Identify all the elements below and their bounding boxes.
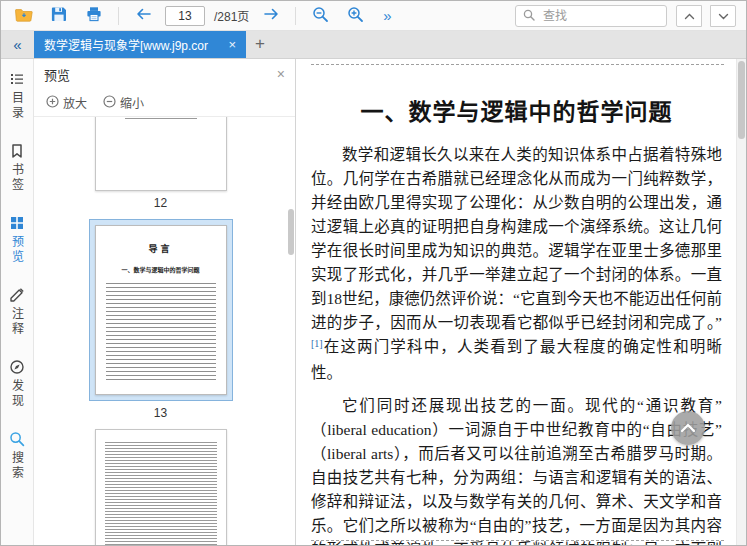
print-button[interactable] bbox=[81, 4, 107, 28]
zoom-in-button[interactable] bbox=[342, 4, 368, 28]
sidebar-item-toc[interactable]: 目录 bbox=[9, 71, 26, 121]
thumbnail-subheading: 一、数学与逻辑中的哲学问题 bbox=[96, 265, 226, 274]
thumbnail-zoom-out-label: 缩小 bbox=[120, 94, 144, 111]
thumbnail-text-placeholder bbox=[125, 117, 197, 121]
page-separator bbox=[311, 540, 724, 541]
folder-open-icon bbox=[15, 7, 33, 25]
page-number-input[interactable] bbox=[165, 6, 205, 26]
thumbnail-page-label: 12 bbox=[154, 196, 167, 210]
content-area: 目录 书签 预览 注释 bbox=[1, 59, 746, 546]
document-tab[interactable]: 数学逻辑与现象学[www.j9p.cor × bbox=[34, 31, 246, 58]
document-scrollbar-thumb[interactable] bbox=[738, 61, 745, 139]
sidebar-item-search[interactable]: 搜索 bbox=[9, 431, 26, 481]
toolbar-separator bbox=[118, 7, 119, 25]
find-previous-button[interactable] bbox=[676, 5, 702, 27]
arrow-left-icon bbox=[135, 7, 152, 24]
sidebar-item-label: 发现 bbox=[9, 379, 26, 409]
search-box bbox=[515, 5, 667, 27]
toc-icon bbox=[9, 71, 25, 87]
document-scrollbar[interactable] bbox=[736, 59, 746, 546]
zoom-out-button[interactable] bbox=[307, 4, 333, 28]
sidebar-item-label: 搜索 bbox=[9, 451, 26, 481]
thumbnail-page-13[interactable]: 导言 一、数学与逻辑中的哲学问题 bbox=[95, 225, 227, 395]
search-icon bbox=[9, 431, 25, 447]
tab-close-icon[interactable]: × bbox=[228, 37, 236, 52]
bookmark-icon bbox=[9, 143, 25, 159]
paragraph: 数学和逻辑长久以来在人类的知识体系中占据着特殊地位。几何学在古希腊就已经理念化从… bbox=[311, 143, 722, 385]
sidebar-item-discover[interactable]: 发现 bbox=[9, 359, 26, 409]
pencil-icon bbox=[9, 287, 25, 303]
page-separator bbox=[311, 64, 724, 65]
search-icon bbox=[523, 7, 535, 25]
open-file-button[interactable] bbox=[11, 4, 37, 28]
document-page: 一、数学与逻辑中的哲学问题 数学和逻辑长久以来在人类的知识体系中占据着特殊地位。… bbox=[296, 59, 746, 546]
tab-bar: « 数学逻辑与现象学[www.j9p.cor × + bbox=[1, 31, 746, 59]
back-to-top-button[interactable] bbox=[671, 411, 705, 445]
thumbnail-page-12[interactable] bbox=[95, 117, 227, 191]
search-input[interactable] bbox=[541, 8, 659, 24]
thumbnail-zoom-in-label: 放大 bbox=[63, 94, 87, 111]
preview-panel-title: 预览 bbox=[44, 65, 70, 84]
next-page-button[interactable] bbox=[258, 4, 284, 28]
thumbnail-zoom-out-button[interactable]: 缩小 bbox=[103, 94, 144, 111]
sidebar-item-bookmarks[interactable]: 书签 bbox=[9, 143, 26, 193]
preview-zoom-toolbar: 放大 缩小 bbox=[34, 89, 295, 117]
preview-panel-header: 预览 × bbox=[34, 59, 295, 89]
paragraph: 它们同时还展现出技艺的一面。现代的“通识教育”（liberal educatio… bbox=[311, 394, 722, 546]
previous-page-button[interactable] bbox=[130, 4, 156, 28]
zoom-out-icon bbox=[312, 6, 329, 26]
thumbnail-zoom-in-button[interactable]: 放大 bbox=[46, 94, 87, 111]
preview-panel-close-button[interactable]: × bbox=[277, 66, 285, 82]
save-icon bbox=[51, 6, 67, 25]
thumbnail-text-placeholder bbox=[106, 283, 216, 381]
thumbnails-icon bbox=[9, 215, 25, 231]
thumbnail-page-14[interactable] bbox=[95, 429, 227, 546]
chevron-up-icon bbox=[684, 8, 695, 23]
new-tab-button[interactable]: + bbox=[246, 31, 274, 58]
preview-panel: 预览 × 放大 缩小 bbox=[34, 59, 296, 546]
sidebar-item-label: 书签 bbox=[9, 163, 26, 193]
left-sidebar: 目录 书签 预览 注释 bbox=[1, 59, 34, 546]
zoom-in-icon bbox=[347, 6, 364, 26]
sidebar-item-preview[interactable]: 预览 bbox=[9, 215, 26, 265]
circle-plus-icon bbox=[46, 95, 59, 111]
thumbnail-list: 12 导言 一、数学与逻辑中的哲学问题 13 bbox=[34, 117, 295, 546]
page-total-label: /281页 bbox=[214, 7, 249, 24]
document-tab-title: 数学逻辑与现象学[www.j9p.cor bbox=[44, 36, 220, 53]
more-tools-button[interactable]: » bbox=[377, 4, 397, 28]
compass-icon bbox=[9, 359, 25, 375]
thumbnail-page-label: 13 bbox=[154, 406, 167, 420]
printer-icon bbox=[86, 6, 102, 25]
section-heading: 一、数学与逻辑中的哲学问题 bbox=[311, 93, 722, 127]
chevron-down-icon bbox=[718, 8, 729, 23]
thumbnail-scroll-content: 12 导言 一、数学与逻辑中的哲学问题 13 bbox=[34, 117, 287, 546]
main-toolbar: /281页 » bbox=[1, 1, 746, 31]
toolbar-separator bbox=[295, 7, 296, 25]
pdf-reader-window: /281页 » bbox=[0, 0, 747, 546]
thumbnail-selection-highlight: 导言 一、数学与逻辑中的哲学问题 bbox=[89, 219, 233, 401]
preview-scrollbar-thumb[interactable] bbox=[288, 209, 294, 255]
save-button[interactable] bbox=[46, 4, 72, 28]
sidebar-item-label: 预览 bbox=[9, 235, 26, 265]
sidebar-item-label: 目录 bbox=[9, 91, 26, 121]
arrow-right-icon bbox=[263, 7, 280, 24]
circle-minus-icon bbox=[103, 95, 116, 111]
collapse-panel-button[interactable]: « bbox=[1, 31, 34, 58]
footnote-ref-link[interactable]: [1] bbox=[311, 338, 323, 349]
thumbnail-text-placeholder bbox=[105, 442, 217, 546]
thumbnail-heading: 导言 bbox=[96, 242, 226, 255]
chevron-up-icon bbox=[680, 421, 696, 436]
find-next-button[interactable] bbox=[710, 5, 736, 27]
document-view: 一、数学与逻辑中的哲学问题 数学和逻辑长久以来在人类的知识体系中占据着特殊地位。… bbox=[296, 59, 746, 546]
sidebar-item-annotations[interactable]: 注释 bbox=[9, 287, 26, 337]
sidebar-item-label: 注释 bbox=[9, 307, 26, 337]
